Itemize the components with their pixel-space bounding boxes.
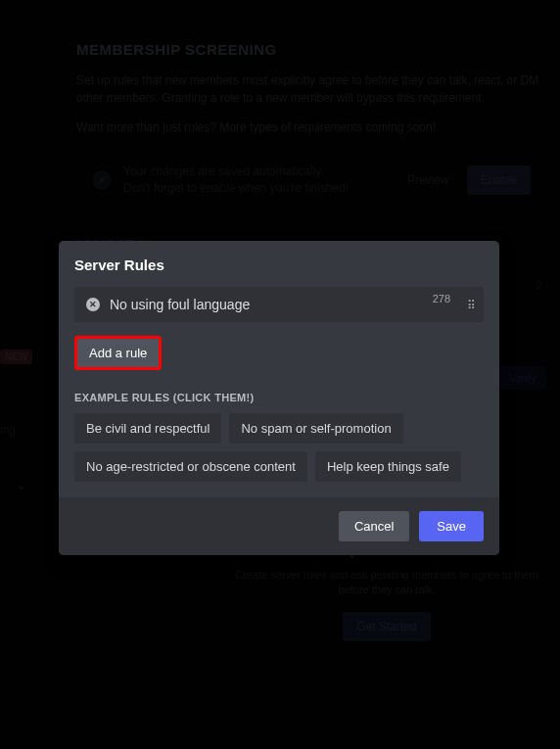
remove-rule-icon[interactable]: ✕ [86, 298, 100, 311]
rule-input-row: ✕ No using foul language 278 ⠿ [74, 287, 484, 322]
modal-footer: Cancel Save [59, 497, 499, 555]
char-count: 278 [433, 293, 450, 304]
example-chip-civil[interactable]: Be civil and respectful [74, 413, 221, 444]
example-chip-safe[interactable]: Help keep things safe [315, 451, 461, 482]
modal-body: Server Rules ✕ No using foul language 27… [59, 241, 499, 497]
example-chip-age[interactable]: No age-restricted or obscene content [74, 451, 307, 482]
add-rule-button[interactable]: Add a rule [74, 336, 162, 370]
drag-handle-icon[interactable]: ⠿ [467, 299, 474, 312]
example-rules-label: EXAMPLE RULES (CLICK THEM!) [74, 392, 484, 403]
server-rules-modal: Server Rules ✕ No using foul language 27… [59, 241, 499, 555]
cancel-button[interactable]: Cancel [339, 511, 409, 541]
example-chips: Be civil and respectful No spam or self-… [74, 413, 484, 482]
rule-text-input[interactable]: No using foul language [110, 297, 472, 312]
example-chip-spam[interactable]: No spam or self-promotion [229, 413, 402, 444]
save-button[interactable]: Save [419, 511, 484, 541]
modal-title: Server Rules [74, 257, 484, 273]
